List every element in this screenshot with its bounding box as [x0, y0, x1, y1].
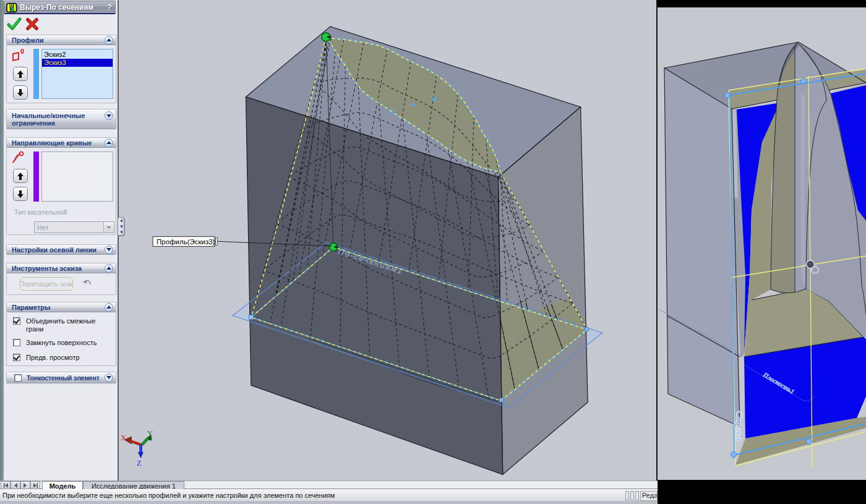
group-start-end-header[interactable]: Начальные/конечные ограничения — [7, 109, 116, 129]
status-edit-mode: Реда — [640, 491, 658, 501]
group-start-end-title: Начальные/конечные ограничения — [12, 112, 98, 127]
nav-next-icon — [23, 483, 28, 488]
secondary-window-fragment: Справа Плоскость1 — [656, 0, 866, 504]
move-guide-up-button[interactable] — [13, 169, 28, 183]
profile-callout-label: Профиль(Эскиз3) — [156, 238, 215, 246]
tab-model[interactable]: Модель — [42, 481, 83, 490]
nav-last-icon — [33, 483, 38, 488]
nav-prev-icon — [13, 483, 18, 488]
group-thin-feature: Тонкостенный элемент — [6, 372, 116, 383]
cancel-button[interactable] — [25, 17, 40, 32]
status-message: При необходимости выберите еще несколько… — [2, 492, 335, 499]
property-manager: Вырез-По сечениям ? Профили 0 — [4, 0, 116, 481]
checkbox-preview-label: Предв. просмотр — [26, 354, 80, 362]
loft-cut-icon — [6, 2, 17, 13]
group-parameters-title: Параметры — [12, 304, 50, 311]
collapse-icon — [105, 111, 113, 120]
tangent-type-combo[interactable]: Нет — [34, 221, 114, 233]
move-profile-up-button[interactable] — [13, 67, 28, 81]
property-manager-header: Вырез-По сечениям ? — [4, 1, 116, 14]
triad-x-label: X — [121, 434, 126, 442]
checkbox-merge-faces-label: Объединить смежные грани — [26, 317, 106, 333]
collapse-icon — [105, 139, 113, 147]
property-manager-title: Вырез-По сечениям — [20, 3, 93, 12]
arrow-up-icon — [17, 70, 24, 79]
arrow-down-icon — [17, 190, 24, 199]
triad-z-label: Z — [137, 459, 142, 468]
graphics-viewport[interactable]: По-сечениям1 Профиль(Эскиз3) X — [119, 0, 656, 481]
group-profiles-title: Профили — [12, 36, 43, 44]
status-pane — [625, 491, 629, 500]
checkbox-close-surface-label: Замкнуть поверхность — [26, 339, 96, 347]
guide-curves-icon — [11, 150, 25, 165]
group-sketch-tools-header[interactable]: Инструменты эскиза — [7, 263, 116, 273]
reference-triad: X Y Z — [121, 429, 153, 468]
undo-icon[interactable] — [82, 280, 92, 288]
panel-splitter[interactable] — [116, 0, 119, 481]
guide-curves-listbox[interactable] — [41, 152, 113, 202]
group-sketch-tools: Инструменты эскиза Перетащить эски — [6, 263, 116, 295]
group-sketch-tools-title: Инструменты эскиза — [12, 265, 82, 272]
profile-list-item[interactable]: Эскиз2 — [42, 51, 113, 59]
group-centerline-header[interactable]: Настройки осевой линии — [7, 245, 116, 255]
group-thin-feature-title: Тонкостенный элемент — [27, 374, 100, 382]
profiles-selection-icon: 0 — [11, 48, 27, 64]
tab-nav-last-button[interactable] — [30, 481, 40, 489]
status-pane — [630, 491, 634, 500]
checkbox-icon — [13, 317, 20, 325]
collapse-icon — [105, 264, 113, 273]
collapse-icon — [105, 303, 113, 312]
group-parameters-header[interactable]: Параметры — [7, 302, 116, 312]
group-guide-curves-header[interactable]: Направляющие кривые — [7, 138, 116, 148]
tangent-type-label: Тип касательной — [14, 208, 67, 216]
profile-list-item-selected[interactable]: Эскиз3 — [42, 59, 113, 67]
arrow-up-icon — [17, 172, 24, 181]
nav-first-icon — [3, 483, 9, 488]
status-pane — [635, 491, 639, 500]
rbox-left-face — [664, 68, 740, 427]
checkbox-close-surface[interactable]: Замкнуть поверхность — [13, 339, 96, 347]
group-start-end: Начальные/конечные ограничения — [6, 109, 116, 129]
ok-button[interactable] — [6, 17, 22, 32]
checkbox-icon — [13, 354, 20, 361]
status-bar: При необходимости выберите еще несколько… — [0, 489, 658, 501]
right-plane-label: Справа — [734, 411, 744, 442]
checkbox-icon — [13, 339, 20, 346]
tab-nav-next-button[interactable] — [20, 481, 30, 489]
collapse-icon — [105, 374, 113, 382]
guide-curves-activation-bar[interactable] — [33, 152, 39, 202]
loft-funnel — [771, 43, 866, 338]
group-guide-curves-title: Направляющие кривые — [12, 139, 92, 147]
collapse-icon — [105, 36, 113, 45]
tab-nav-prev-button[interactable] — [11, 481, 20, 489]
window-bottom-edge — [0, 501, 658, 504]
move-profile-down-button[interactable] — [13, 85, 28, 100]
group-centerline-title: Настройки осевой линии — [12, 246, 96, 254]
collapse-icon — [105, 246, 113, 254]
profiles-activation-bar[interactable] — [33, 49, 39, 99]
drag-sketch-button[interactable]: Перетащить эски — [20, 277, 73, 291]
arrow-down-icon — [17, 88, 24, 97]
panel-collapse-handle[interactable] — [118, 217, 124, 236]
tab-nav-first-button[interactable] — [1, 481, 11, 489]
solidworks-window: По-сечениям1 Профиль(Эскиз3) X — [0, 0, 866, 504]
checkbox-preview[interactable]: Предв. просмотр — [13, 354, 80, 362]
secondary-viewport: Справа Плоскость1 — [658, 7, 866, 480]
group-profiles-header[interactable]: Профили — [7, 35, 116, 45]
document-tab-bar: Модель Исследование движения 1 — [0, 481, 658, 489]
group-thin-feature-header[interactable]: Тонкостенный элемент — [7, 372, 116, 383]
move-guide-down-button[interactable] — [13, 187, 28, 201]
profiles-listbox[interactable]: Эскиз2 Эскиз3 — [41, 49, 113, 99]
group-guide-curves: Направляющие кривые Тип касательной Нет — [6, 137, 116, 235]
triad-y-label: Y — [147, 429, 153, 438]
thin-feature-checkbox[interactable] — [14, 374, 22, 382]
group-centerline: Настройки осевой линии — [6, 244, 116, 255]
tab-motion-study[interactable]: Исследование движения 1 — [83, 481, 184, 490]
group-parameters: Параметры Объединить смежные грани Замкн… — [6, 302, 116, 366]
group-profiles: Профили 0 Эскиз2 Эскиз3 — [6, 35, 116, 103]
dropdown-arrow-icon — [103, 222, 114, 233]
help-icon[interactable]: ? — [107, 2, 112, 12]
profiles-count-badge: 0 — [20, 48, 24, 55]
checkbox-merge-faces[interactable]: Объединить смежные грани — [13, 317, 106, 333]
tangent-type-value: Нет — [37, 224, 103, 231]
